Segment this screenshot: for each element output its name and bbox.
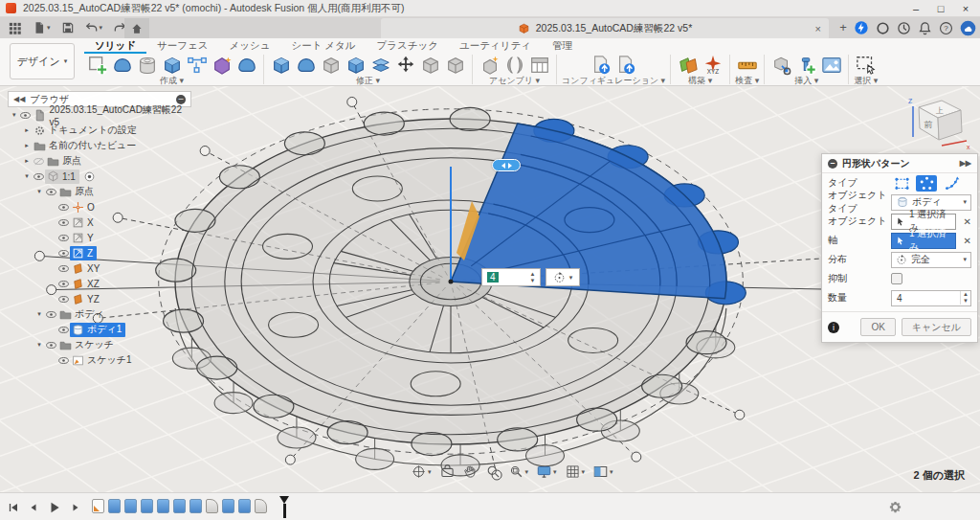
browser-tree-row[interactable]: ▾ボディ [8, 306, 191, 322]
web-icon[interactable] [234, 54, 258, 76]
window-minimize-button[interactable]: – [903, 0, 928, 16]
browser-tree-row[interactable]: ボディ1 [8, 322, 191, 337]
hole-icon[interactable] [135, 54, 159, 76]
file-menu-button[interactable]: ▾ [33, 21, 51, 34]
offset-face-icon[interactable] [368, 54, 392, 76]
tab-manage[interactable]: 管理 [542, 38, 583, 54]
timeline-feature-sketch[interactable] [92, 499, 104, 513]
combine-icon[interactable] [344, 54, 368, 76]
timeline-feature[interactable] [206, 499, 218, 513]
group-label-create[interactable]: 作成 ▾ [160, 76, 184, 85]
pattern-quantity-input[interactable]: 4 ▲▼ [481, 268, 541, 286]
group-label-construct[interactable]: 構築 ▾ [688, 76, 712, 85]
pattern-quantity-stepper[interactable]: ▲▼ [527, 271, 538, 284]
dialog-minimize-icon[interactable]: – [828, 159, 837, 169]
timeline-feature[interactable] [222, 499, 234, 513]
visibility-eye-icon[interactable] [19, 109, 33, 122]
configuration-table-icon[interactable] [614, 54, 638, 76]
tab-utilities[interactable]: ユーティリティ [449, 38, 542, 54]
timeline-feature[interactable] [238, 499, 251, 513]
timeline-feature[interactable] [255, 499, 267, 513]
grid-settings-button[interactable]: ▾ [566, 464, 586, 479]
visibility-eye-off-icon[interactable] [32, 155, 45, 168]
tab-sheetmetal[interactable]: シート メタル [280, 38, 366, 54]
browser-tree-row[interactable]: ▾1:1 [8, 169, 191, 184]
expander-icon[interactable]: ▸ [22, 126, 32, 134]
visibility-eye-icon[interactable] [44, 308, 57, 321]
pattern-drag-manipulator[interactable] [492, 159, 521, 171]
insert-canvas-icon[interactable] [819, 54, 843, 76]
visibility-eye-icon[interactable] [44, 339, 57, 351]
browser-tree-row[interactable]: XZ [8, 276, 191, 291]
undo-button[interactable]: ▾ [85, 21, 103, 34]
activate-component-radio[interactable] [83, 170, 97, 183]
collapse-panel-icon[interactable]: ◀◀ [13, 95, 25, 103]
fillet-icon[interactable] [294, 54, 318, 76]
timeline-settings-gear-icon[interactable] [888, 500, 902, 514]
configuration-doc-icon[interactable] [590, 54, 613, 76]
visibility-eye-icon[interactable] [56, 216, 70, 229]
select-icon[interactable] [854, 54, 878, 76]
measure-icon[interactable] [735, 54, 759, 76]
rectangular-pattern-type-button[interactable] [891, 175, 912, 192]
new-tab-button[interactable]: + [835, 19, 852, 36]
expander-icon[interactable]: ▾ [34, 310, 44, 318]
browser-tree-row[interactable]: ▾2025.03.15_AutoCAD練習帳22 v5 [8, 107, 191, 123]
expander-icon[interactable]: ▾ [10, 111, 19, 119]
construction-axis-icon[interactable] [701, 54, 724, 76]
visibility-eye-icon[interactable] [32, 170, 45, 183]
timeline-feature[interactable] [157, 499, 169, 513]
revolve-icon[interactable] [110, 54, 134, 76]
browser-tree-row[interactable]: ▸名前の付いたビュー [8, 138, 191, 153]
group-label-select[interactable]: 選択 ▾ [854, 76, 878, 85]
quantity-input[interactable]: 4 ▲▼ [891, 290, 971, 306]
expander-icon[interactable]: ▾ [22, 172, 32, 180]
visibility-eye-icon[interactable] [56, 201, 70, 214]
browser-tree-row[interactable]: XY [8, 260, 191, 276]
suppress-checkbox[interactable] [891, 273, 902, 284]
cancel-button[interactable]: キャンセル [902, 318, 971, 336]
press-pull-icon[interactable] [269, 54, 293, 76]
group-label-configuration[interactable]: コンフィギュレーション ▾ [562, 76, 665, 85]
fit-button[interactable]: ▾ [509, 464, 529, 479]
timeline-step-forward-button[interactable] [70, 502, 81, 513]
profile-avatar[interactable] [960, 20, 976, 36]
tab-surface[interactable]: サーフェス [146, 38, 218, 54]
timeline-feature[interactable] [124, 499, 137, 513]
group-label-modify[interactable]: 修正 ▾ [356, 76, 380, 85]
ok-button[interactable]: OK [860, 318, 895, 336]
construction-plane-icon[interactable] [676, 54, 700, 76]
circular-pattern-type-button[interactable] [916, 175, 937, 192]
extensions-ring-icon[interactable] [876, 21, 890, 35]
create-form-icon[interactable] [210, 54, 234, 76]
visibility-eye-icon[interactable] [56, 278, 70, 290]
browser-tree-row[interactable]: Z [8, 245, 191, 260]
home-button[interactable] [124, 18, 149, 38]
path-pattern-type-button[interactable] [941, 175, 962, 192]
browser-tree-row[interactable]: X [8, 215, 191, 230]
move-copy-icon[interactable] [393, 54, 417, 76]
pan-button[interactable] [463, 464, 478, 479]
info-icon[interactable]: i [828, 322, 839, 333]
timeline-feature[interactable] [173, 499, 186, 513]
group-label-inspect[interactable]: 検査 ▾ [735, 76, 759, 85]
browser-tree-row[interactable]: ▸原点 [8, 153, 191, 169]
help-icon[interactable] [939, 21, 953, 35]
3d-viewport[interactable]: ◀◀ ブラウザ – ▾2025.03.15_AutoCAD練習帳22 v5 ▸ド… [0, 86, 980, 492]
viewports-button[interactable]: ▾ [593, 464, 613, 479]
tab-plastic[interactable]: プラスチック [367, 38, 449, 54]
visibility-eye-icon[interactable] [56, 354, 70, 367]
group-label-assemble[interactable]: アセンブリ ▾ [489, 76, 540, 85]
browser-tree-row[interactable]: スケッチ1 [8, 352, 191, 368]
distribution-select[interactable]: 完全 ▾ [891, 252, 971, 268]
new-component-icon[interactable] [478, 54, 501, 76]
browser-tree-row[interactable]: ▾スケッチ [8, 337, 191, 352]
timeline-feature[interactable] [141, 499, 153, 513]
document-tab[interactable]: 2025.03.15_AutoCAD練習帳22 v5* × [381, 18, 829, 38]
pattern-sketch-icon[interactable] [185, 54, 209, 76]
visibility-eye-icon[interactable] [44, 186, 57, 198]
visibility-eye-icon[interactable] [56, 324, 70, 336]
display-settings-button[interactable]: ▾ [537, 464, 557, 479]
save-button[interactable] [61, 21, 75, 34]
clear-axis-selection-icon[interactable]: ✕ [964, 236, 971, 246]
